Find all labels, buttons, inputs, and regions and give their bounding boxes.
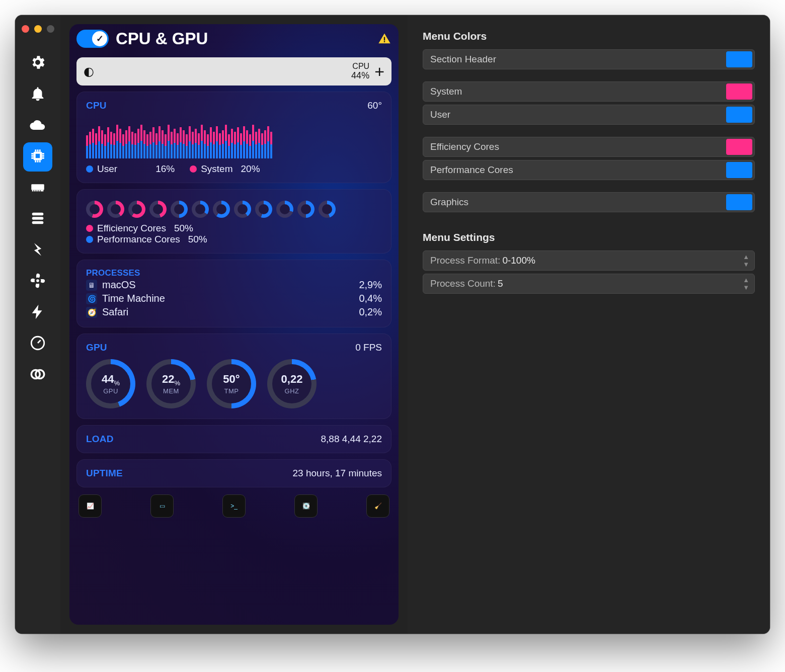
cpu-histogram: [86, 118, 382, 158]
uptime-panel: UPTIME 23 hours, 17 minutes: [76, 459, 391, 487]
color-row-section-header[interactable]: Section Header: [423, 49, 755, 69]
bell-icon: [29, 85, 46, 104]
close-icon[interactable]: [22, 25, 29, 33]
color-swatch[interactable]: [726, 107, 752, 123]
core-ring-6: [213, 201, 230, 218]
system-legend-dot: [190, 165, 197, 173]
core-ring-0: [86, 201, 103, 218]
launch-sysinfo[interactable]: 💽: [294, 494, 318, 518]
gauge-icon: [29, 334, 46, 354]
core-ring-7: [234, 201, 251, 218]
page-title: CPU & GPU: [116, 29, 370, 48]
sidebar-item-sensors[interactable]: [23, 329, 52, 359]
app-icon: 🧭: [86, 307, 97, 318]
process-row: 🌀Time Machine0,4%: [86, 292, 382, 305]
user-legend-dot: [86, 165, 93, 173]
gpu-panel: GPU 0 FPS 44%GPU22%MEM50°TMP0,22GHZ: [76, 333, 391, 419]
sidebar-item-notifications[interactable]: [23, 80, 52, 109]
sidebar-item-cpu[interactable]: [23, 142, 52, 172]
network-icon: [29, 241, 46, 260]
gear-icon: [29, 54, 46, 73]
process-row: 🧭Safari0,2%: [86, 305, 382, 319]
sidebar-item-memory[interactable]: [23, 174, 52, 203]
app-icon: 🌀: [86, 293, 97, 304]
gauge-ghz: 0,22GHZ: [267, 359, 317, 408]
svg-rect-11: [384, 41, 385, 42]
window-traffic-lights[interactable]: [22, 22, 54, 44]
sidebar: [15, 15, 60, 634]
module-toggle[interactable]: [76, 30, 109, 48]
preview-panel: CPU & GPU ◐ CPU 44% +: [60, 15, 408, 634]
load-panel: LOAD 8,88 4,44 2,22: [76, 425, 391, 453]
core-ring-8: [255, 201, 272, 218]
menu-settings-heading: Menu Settings: [423, 231, 755, 243]
color-swatch[interactable]: [726, 51, 752, 67]
cpu-heading: CPU: [86, 100, 107, 111]
core-ring-5: [192, 201, 209, 218]
core-ring-9: [276, 201, 293, 218]
svg-rect-1: [36, 154, 40, 158]
sidebar-item-power[interactable]: [23, 298, 52, 327]
launch-console[interactable]: ▭: [150, 494, 174, 518]
gauge-gpu: 44%GPU: [86, 359, 135, 408]
color-swatch[interactable]: [726, 139, 752, 155]
app-icon: 🖥: [86, 280, 97, 291]
add-widget-button[interactable]: +: [374, 62, 384, 81]
color-row-system[interactable]: System: [423, 81, 755, 102]
launch-cleaner[interactable]: 🧹: [366, 494, 389, 518]
color-row-efficiency-cores[interactable]: Efficiency Cores: [423, 137, 755, 157]
menu-colors-heading: Menu Colors: [423, 30, 755, 42]
cpu-panel: CPU 60° User 16% System 20%: [76, 92, 391, 183]
gauge-tmp: 50°TMP: [207, 359, 256, 408]
cloud-icon: [29, 116, 46, 135]
svg-rect-2: [31, 184, 44, 190]
minimize-icon[interactable]: [34, 25, 42, 33]
color-row-performance-cores[interactable]: Performance Cores: [423, 160, 755, 180]
svg-rect-4: [32, 217, 44, 220]
cores-panel: Efficiency Cores 50% Performance Cores 5…: [76, 189, 391, 254]
quick-launch-row: 📈▭>_💽🧹: [73, 487, 395, 518]
chip-icon: [29, 147, 46, 166]
combined-icon: [29, 366, 46, 385]
chevron-updown-icon: ▲▼: [743, 253, 752, 268]
maximize-icon[interactable]: [47, 25, 54, 33]
core-ring-1: [107, 201, 124, 218]
fan-icon: [29, 272, 46, 291]
warning-icon[interactable]: [377, 32, 391, 46]
select-process-format-[interactable]: Process Format: 0-100%▲▼: [423, 250, 755, 271]
svg-point-6: [36, 279, 39, 282]
color-row-graphics[interactable]: Graphics: [423, 192, 755, 212]
sidebar-item-settings[interactable]: [23, 49, 52, 78]
chevron-updown-icon: ▲▼: [743, 276, 752, 291]
sidebar-item-fans[interactable]: [23, 267, 52, 296]
select-process-count-[interactable]: Process Count: 5▲▼: [423, 274, 755, 294]
color-swatch[interactable]: [726, 83, 752, 100]
disks-icon: [29, 210, 46, 229]
cpu-temp: 60°: [367, 100, 382, 111]
color-swatch[interactable]: [726, 194, 752, 210]
core-ring-2: [128, 201, 145, 218]
sidebar-item-weather[interactable]: [23, 111, 52, 140]
sidebar-item-combined[interactable]: [23, 361, 52, 390]
core-ring-11: [319, 201, 336, 218]
svg-rect-3: [32, 213, 44, 216]
color-row-user[interactable]: User: [423, 105, 755, 125]
memory-icon: [29, 179, 46, 198]
color-swatch[interactable]: [726, 162, 752, 178]
bolt-icon: [29, 303, 46, 322]
process-row: 🖥macOS2,9%: [86, 278, 382, 292]
core-ring-3: [149, 201, 167, 218]
config-panel: Menu Colors Section HeaderSystemUserEffi…: [408, 15, 770, 634]
core-ring-10: [297, 201, 315, 218]
gauge-mem: 22%MEM: [146, 359, 196, 408]
launch-activity[interactable]: 📈: [78, 494, 102, 518]
menubar-preview[interactable]: ◐ CPU 44% +: [76, 57, 391, 86]
sidebar-item-network[interactable]: [23, 236, 52, 265]
launch-terminal[interactable]: >_: [222, 494, 246, 518]
contrast-icon: ◐: [84, 64, 94, 78]
app-window: CPU & GPU ◐ CPU 44% +: [15, 15, 770, 634]
svg-rect-10: [384, 37, 385, 41]
sidebar-item-disks[interactable]: [23, 205, 52, 234]
core-ring-4: [171, 201, 188, 218]
processes-panel: PROCESSES 🖥macOS2,9%🌀Time Machine0,4%🧭Sa…: [76, 260, 391, 327]
